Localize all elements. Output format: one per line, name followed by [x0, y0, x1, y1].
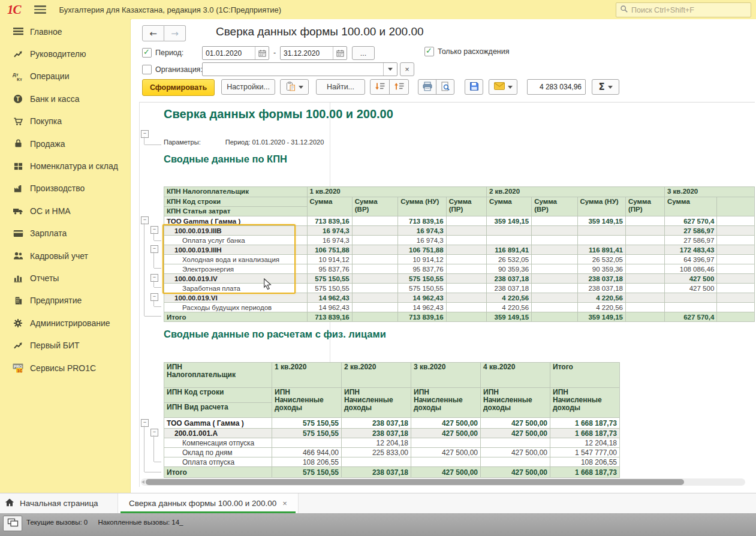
value-cell[interactable]: 627 570,4	[665, 216, 717, 226]
group-collapse-toggle[interactable]: −	[150, 293, 158, 301]
row-label[interactable]: Заработная плата	[164, 284, 308, 293]
row-label[interactable]: Расходы будущих периодов	[164, 303, 308, 312]
value-cell[interactable]	[532, 264, 577, 274]
group-collapse-toggle[interactable]: −	[150, 245, 158, 253]
subheader-cell[interactable]: Сумма (ПР)	[625, 197, 664, 216]
value-cell[interactable]	[532, 255, 577, 264]
row-label[interactable]: ТОО Gamma ( Гамма )	[164, 216, 308, 226]
quarter-header[interactable]: 1 кв.2020	[272, 363, 342, 388]
row-label[interactable]: Холодная вода и канализация	[164, 255, 308, 264]
value-cell[interactable]	[532, 226, 577, 236]
only-differences-checkbox[interactable]	[424, 47, 434, 56]
value-cell[interactable]: 106 751,88	[307, 245, 352, 255]
subheader-cell[interactable]: ИПН Начисленные доходы	[342, 388, 411, 418]
row-label[interactable]: 200.01.001.А	[164, 429, 272, 438]
sidebar-item[interactable]: Отчеты	[0, 267, 130, 289]
value-cell[interactable]	[486, 226, 531, 236]
subheader-cell[interactable]: Сумма (НУ)	[577, 197, 625, 216]
value-cell[interactable]: 713 839,16	[307, 216, 352, 226]
subheader-cell[interactable]: Сумма	[307, 197, 352, 216]
value-cell[interactable]	[446, 284, 486, 293]
organization-checkbox[interactable]	[142, 65, 152, 74]
group-collapse-toggle[interactable]: −	[150, 274, 158, 282]
value-cell[interactable]	[717, 236, 755, 245]
value-cell[interactable]: 1 668 187,73	[550, 467, 620, 478]
value-cell[interactable]: 26 532,05	[577, 255, 625, 264]
value-cell[interactable]	[352, 216, 397, 226]
value-cell[interactable]: 238 037,18	[486, 284, 531, 293]
value-cell[interactable]: 713 839,16	[307, 312, 352, 322]
sidebar-item[interactable]: Покупка	[0, 110, 130, 133]
sidebar-item[interactable]: ДтКтОперации	[0, 65, 130, 88]
value-cell[interactable]	[481, 438, 550, 448]
value-cell[interactable]: 26 532,05	[486, 255, 531, 264]
sidebar-item[interactable]: Руководителю	[0, 43, 130, 65]
value-cell[interactable]: 427 500,00	[481, 467, 550, 478]
sidebar-item[interactable]: Зарплата	[0, 222, 130, 245]
value-cell[interactable]	[446, 226, 486, 236]
value-cell[interactable]	[446, 312, 486, 322]
value-cell[interactable]	[342, 457, 411, 467]
copy-result-button[interactable]	[280, 79, 309, 95]
scroll-left-arrow[interactable]	[141, 480, 144, 484]
row-label[interactable]: 100.00.019.VI	[164, 293, 308, 303]
group-collapse-toggle[interactable]: −	[141, 419, 149, 427]
value-cell[interactable]	[486, 236, 531, 245]
value-cell[interactable]: 4 220,56	[577, 303, 625, 312]
expand-groups-button[interactable]	[389, 79, 409, 95]
value-cell[interactable]: 14 962,43	[398, 293, 446, 303]
sidebar-item[interactable]: Администрирование	[0, 312, 130, 334]
sum-function-button[interactable]: Σ	[592, 79, 619, 95]
value-cell[interactable]: 4 220,56	[486, 303, 531, 312]
quarter-header[interactable]: 4 кв.2020	[481, 363, 550, 388]
row-label[interactable]: Компенсация отпуска	[164, 438, 272, 448]
row-label[interactable]: Итого	[164, 467, 272, 478]
value-cell[interactable]	[352, 245, 397, 255]
collapse-groups-button[interactable]	[370, 79, 390, 95]
value-cell[interactable]	[352, 236, 397, 245]
value-cell[interactable]	[446, 255, 486, 264]
value-cell[interactable]	[717, 312, 755, 322]
value-cell[interactable]	[717, 216, 755, 226]
value-cell[interactable]	[717, 284, 755, 293]
value-cell[interactable]: 10 914,12	[307, 255, 352, 264]
value-cell[interactable]: 225 833,00	[342, 448, 411, 457]
value-cell[interactable]	[625, 303, 664, 312]
row-label[interactable]: Оплата услуг банка	[164, 236, 308, 245]
value-cell[interactable]: 108 086,46	[665, 264, 717, 274]
value-cell[interactable]	[577, 226, 625, 236]
value-cell[interactable]: 427 500,00	[411, 429, 481, 438]
value-cell[interactable]	[411, 438, 481, 448]
value-cell[interactable]: 4 220,56	[486, 293, 531, 303]
value-cell[interactable]: 172 483,43	[665, 245, 717, 255]
value-cell[interactable]: 116 891,41	[486, 245, 531, 255]
generate-button[interactable]: Сформировать	[142, 79, 215, 96]
value-cell[interactable]	[352, 312, 397, 322]
value-cell[interactable]: 359 149,15	[577, 216, 625, 226]
sidebar-item[interactable]: Номенклатура и склад	[0, 155, 130, 177]
value-cell[interactable]: 238 037,18	[342, 418, 411, 429]
calendar-icon[interactable]	[255, 47, 269, 59]
group-collapse-toggle[interactable]: −	[150, 226, 158, 234]
value-cell[interactable]	[625, 245, 664, 255]
value-cell[interactable]: 427 500,00	[481, 429, 550, 438]
header-cell[interactable]: ИПН Налогоплательщик	[164, 363, 272, 388]
value-cell[interactable]: 238 037,18	[577, 284, 625, 293]
value-cell[interactable]	[532, 312, 577, 322]
value-cell[interactable]	[352, 284, 397, 293]
value-cell[interactable]	[625, 284, 664, 293]
value-cell[interactable]: 90 359,36	[577, 264, 625, 274]
value-cell[interactable]	[532, 245, 577, 255]
value-cell[interactable]: 359 149,15	[577, 312, 625, 322]
value-cell[interactable]: 16 974,3	[307, 236, 352, 245]
value-cell[interactable]: 427 500	[665, 274, 717, 284]
subheader-cell[interactable]: Сумма (ВР)	[352, 197, 397, 216]
value-cell[interactable]: 238 037,18	[342, 467, 411, 478]
value-cell[interactable]: 1 668 187,73	[550, 418, 620, 429]
row-label[interactable]: ТОО Gamma ( Гамма )	[164, 418, 272, 429]
value-cell[interactable]	[446, 236, 486, 245]
value-cell[interactable]: 466 944,00	[272, 448, 342, 457]
group-collapse-toggle[interactable]: −	[141, 216, 149, 224]
global-search-input[interactable]: Поиск Ctrl+Shift+F	[616, 2, 751, 17]
value-cell[interactable]	[446, 264, 486, 274]
